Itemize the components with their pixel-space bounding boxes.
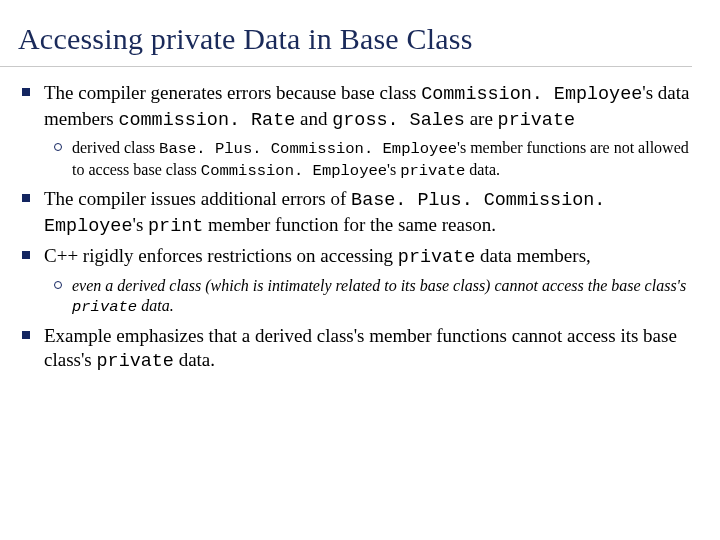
sub-bullet-1: even a derived class (which is intimatel… [72, 276, 692, 318]
code: private [72, 298, 137, 316]
code: private [398, 247, 475, 268]
bullet-2: The compiler issues additional errors of… [44, 187, 692, 238]
text: member function for the same reason. [203, 214, 496, 235]
text: derived class [72, 139, 159, 156]
code: Commission. Employee [201, 162, 387, 180]
text: 's [132, 214, 148, 235]
text: even a derived class (which is intimatel… [72, 277, 686, 294]
code: private [97, 351, 174, 372]
code: commission. Rate [118, 110, 295, 131]
text: The compiler issues additional errors of [44, 188, 351, 209]
text: 's [387, 161, 400, 178]
text: data members, [475, 245, 591, 266]
text: C++ rigidly enforces restrictions on acc… [44, 245, 398, 266]
page-title: Accessing private Data in Base Class [18, 22, 692, 56]
code: Commission. Employee [421, 84, 642, 105]
sub-bullet-list: derived class Base. Plus. Commission. Em… [44, 138, 692, 181]
text: and [295, 108, 332, 129]
bullet-1: The compiler generates errors because ba… [44, 81, 692, 181]
bullet-4: Example emphasizes that a derived class'… [44, 324, 692, 374]
code: private [498, 110, 575, 131]
text: data. [174, 349, 215, 370]
text: data. [465, 161, 500, 178]
sub-bullet-list: even a derived class (which is intimatel… [44, 276, 692, 318]
bullet-list: The compiler generates errors because ba… [18, 81, 692, 374]
slide: Accessing private Data in Base Class The… [0, 0, 720, 400]
code: Base. Plus. Commission. Employee [159, 140, 457, 158]
title-underline [0, 66, 692, 67]
text: are [465, 108, 498, 129]
text: data. [137, 297, 173, 314]
text: The compiler generates errors because ba… [44, 82, 421, 103]
sub-bullet-1: derived class Base. Plus. Commission. Em… [72, 138, 692, 181]
code: private [400, 162, 465, 180]
code: gross. Sales [332, 110, 465, 131]
bullet-3: C++ rigidly enforces restrictions on acc… [44, 244, 692, 317]
code: print [148, 216, 203, 237]
